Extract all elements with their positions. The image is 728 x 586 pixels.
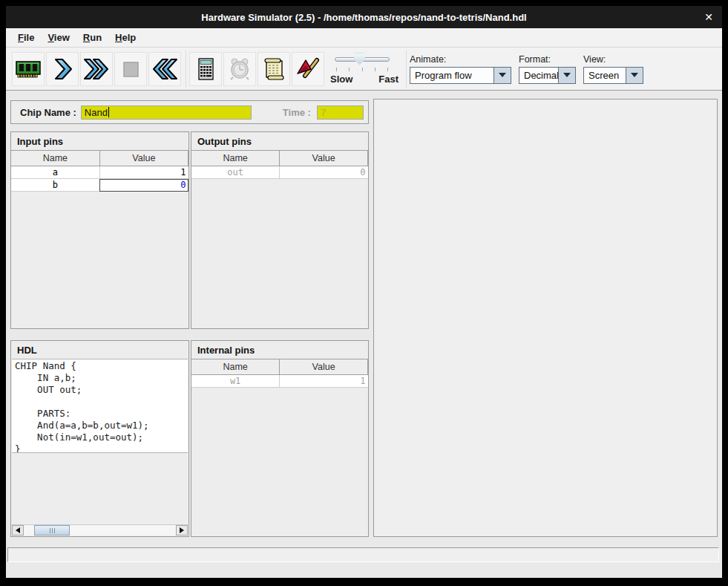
view-group: View: Screen	[583, 54, 643, 84]
chevron-down-icon[interactable]	[558, 68, 575, 83]
format-select[interactable]: Decimal	[519, 67, 576, 84]
column-header-name: Name	[191, 359, 280, 375]
pin-name[interactable]: a	[11, 166, 99, 179]
pin-value[interactable]: 1	[99, 166, 188, 179]
speed-slider: Slow Fast	[330, 51, 399, 87]
close-icon[interactable]: ✕	[704, 6, 713, 28]
pin-value: 1	[280, 375, 368, 388]
time-label: Time :	[283, 107, 311, 118]
view-label: View:	[583, 54, 643, 65]
internal-pins-title: Internal pins	[191, 341, 368, 359]
load-chip-button[interactable]	[12, 52, 45, 86]
scroll-left-icon[interactable]	[12, 525, 24, 535]
format-value: Decimal	[519, 68, 558, 83]
run-icon	[83, 56, 110, 82]
hdl-code-view[interactable]: CHIP Nand { IN a,b; OUT out; PARTS: And(…	[12, 359, 188, 453]
clock-icon	[227, 56, 252, 82]
input-pins-title: Input pins	[11, 132, 188, 150]
format-label: Format:	[519, 54, 576, 65]
pin-value: 0	[280, 166, 368, 179]
calculator-icon	[193, 56, 218, 82]
internal-pins-panel: Internal pins Name Value w1 1	[191, 340, 369, 537]
menu-file[interactable]: File	[12, 30, 42, 45]
stop-icon	[118, 56, 143, 82]
animate-label: Animate:	[410, 54, 511, 65]
table-row: out 0	[191, 166, 368, 179]
view-select[interactable]: Screen	[583, 67, 643, 84]
view-hdl-button[interactable]	[258, 52, 290, 86]
pin-name: out	[191, 166, 280, 179]
scroll-icon	[261, 56, 286, 82]
breakpoints-button[interactable]	[292, 52, 324, 86]
scroll-right-icon[interactable]	[176, 525, 188, 535]
pin-name[interactable]: b	[11, 179, 99, 192]
animate-group: Animate: Program flow	[410, 54, 511, 84]
internal-pins-table: Name Value w1 1	[191, 359, 368, 388]
single-step-icon	[50, 56, 75, 82]
toolbar: Slow Fast Animate: Program flow Format: …	[6, 48, 722, 91]
animate-value: Program flow	[410, 68, 476, 83]
single-step-button[interactable]	[46, 52, 79, 86]
table-row: b 0	[11, 179, 188, 192]
toolbar-separator	[186, 51, 186, 88]
output-pins-panel: Output pins Name Value out 0	[191, 131, 369, 329]
input-pins-table: Name Value a 1 b 0	[11, 150, 188, 192]
scrollbar-thumb[interactable]	[34, 525, 70, 535]
reset-button[interactable]	[148, 52, 181, 86]
slider-fast-label: Fast	[378, 74, 399, 85]
animate-select[interactable]: Program flow	[410, 67, 511, 84]
column-header-name: Name	[11, 151, 99, 166]
menu-help[interactable]: Help	[109, 30, 143, 45]
hdl-panel: HDL CHIP Nand { IN a,b; OUT out; PARTS: …	[10, 340, 189, 537]
toolbar-separator	[406, 51, 407, 88]
app-window: Hardware Simulator (2.5) - /home/thomas/…	[6, 6, 722, 578]
output-pins-title: Output pins	[191, 132, 368, 150]
table-row: a 1	[11, 166, 188, 179]
pin-name: w1	[191, 375, 280, 388]
clock-button	[223, 52, 256, 86]
time-input: 7	[317, 105, 364, 120]
screen-display-panel	[373, 99, 718, 537]
menu-bar: File View Run Help	[6, 28, 722, 48]
menu-run[interactable]: Run	[77, 30, 109, 45]
format-group: Format: Decimal	[519, 54, 576, 84]
stop-button	[114, 52, 147, 86]
chip-name-panel: Chip Name : Nand Time : 7	[10, 100, 369, 124]
column-header-value: Value	[280, 359, 368, 375]
column-header-value: Value	[280, 151, 368, 166]
window-title: Hardware Simulator (2.5) - /home/thomas/…	[201, 12, 526, 23]
eval-button[interactable]	[189, 52, 222, 86]
output-pins-table: Name Value out 0	[191, 150, 368, 179]
input-pins-panel: Input pins Name Value a 1 b 0	[10, 131, 189, 329]
column-header-value: Value	[99, 151, 188, 166]
chevron-down-icon[interactable]	[626, 68, 643, 83]
title-bar: Hardware Simulator (2.5) - /home/thomas/…	[6, 6, 722, 28]
hdl-horizontal-scrollbar[interactable]	[12, 524, 188, 535]
hdl-title: HDL	[11, 341, 188, 359]
view-value: Screen	[584, 68, 623, 83]
table-row: w1 1	[191, 375, 368, 388]
status-bar	[7, 547, 719, 562]
red-arrow-icon	[295, 56, 321, 82]
speed-slider-ticks	[336, 68, 388, 71]
text-caret	[108, 107, 109, 117]
reset-icon	[151, 56, 178, 82]
speed-slider-thumb[interactable]	[354, 53, 365, 65]
slider-slow-label: Slow	[330, 74, 352, 85]
menu-view[interactable]: View	[42, 30, 76, 45]
chip-icon	[15, 56, 42, 82]
chip-name-input[interactable]: Nand	[81, 105, 252, 120]
chevron-down-icon[interactable]	[493, 68, 511, 83]
chip-name-label: Chip Name :	[20, 107, 76, 118]
main-area: Chip Name : Nand Time : 7 Input pins Nam…	[6, 91, 722, 578]
run-button[interactable]	[80, 52, 113, 86]
pin-value-focused[interactable]: 0	[99, 179, 188, 192]
column-header-name: Name	[191, 151, 280, 166]
